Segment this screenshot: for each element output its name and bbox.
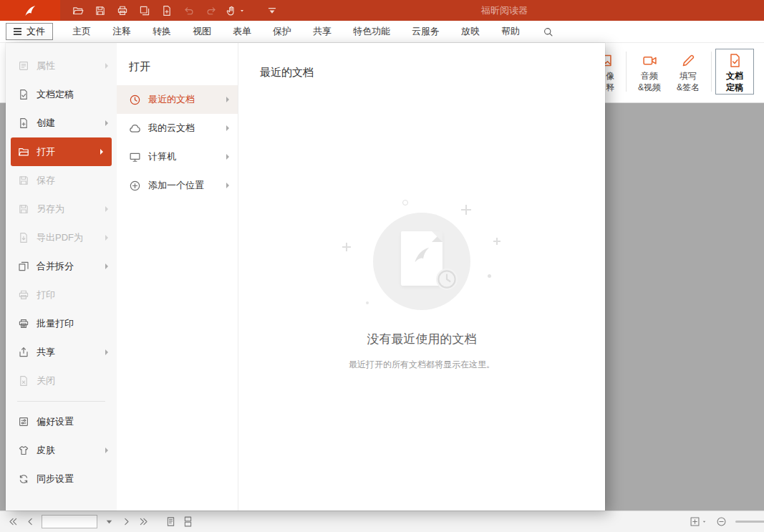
ribbon-item-audio-video[interactable]: 音频&视频	[630, 49, 669, 95]
properties-icon	[18, 60, 29, 72]
file-menu-item-open[interactable]: 打开	[11, 137, 112, 166]
recent-documents-content: 最近的文档 没有最近使用的文档 最近打开的所有文档都将显示在这里。	[238, 43, 605, 511]
file-menu-item-save[interactable]: 保存	[6, 166, 117, 195]
combine-icon	[18, 261, 29, 272]
chevron-right-icon	[105, 448, 108, 453]
plus-decoration	[461, 205, 471, 215]
file-menu-item-label: 打开	[37, 145, 55, 158]
open-file-button[interactable]	[70, 3, 86, 19]
file-menu-item-label: 偏好设置	[37, 415, 74, 428]
file-menu-item-sync-settings[interactable]: 同步设置	[6, 465, 117, 493]
cloud-icon	[129, 122, 141, 135]
file-menu-item-save-as[interactable]: 另存为	[6, 195, 117, 223]
file-menu-item-export-pdf[interactable]: 导出PDF为	[6, 223, 117, 252]
ribbon-item-label: 释	[606, 82, 614, 92]
menu-tab-form[interactable]: 表单	[222, 21, 262, 42]
open-panel-item-computer[interactable]: 计算机	[117, 142, 238, 171]
file-menu-button[interactable]: 文件	[6, 23, 53, 40]
file-menu-item-share[interactable]: 共享	[6, 338, 117, 367]
menu-tab-view[interactable]: 视图	[182, 21, 222, 42]
menu-tab-special-features[interactable]: 特色功能	[342, 21, 401, 42]
file-menu-item-batch-print[interactable]: 批量打印	[6, 309, 117, 338]
menu-tab-cloud-service[interactable]: 云服务	[401, 21, 450, 42]
redo-button[interactable]	[203, 3, 219, 19]
page-number-input[interactable]	[42, 515, 97, 528]
menu-tab-comment[interactable]: 注释	[102, 21, 142, 42]
folder-open-icon	[72, 5, 84, 16]
share-icon	[18, 347, 29, 358]
file-menu-item-label: 合并拆分	[37, 260, 74, 273]
floppy-icon	[95, 5, 106, 16]
file-menu-item-close[interactable]: 关闭	[6, 367, 117, 395]
sync-doc-icon	[18, 473, 29, 485]
app-logo[interactable]	[0, 0, 60, 21]
chev-left-icon	[25, 516, 36, 527]
print-button[interactable]	[115, 3, 130, 19]
fit-page-button[interactable]	[690, 513, 707, 531]
open-panel: 打开 最近的文档我的云文档计算机添加一个位置	[117, 43, 238, 511]
open-panel-item-my-cloud-documents[interactable]: 我的云文档	[117, 114, 238, 142]
title-bar: 福昕阅读器	[0, 0, 764, 21]
file-menu-item-label: 皮肤	[37, 444, 55, 457]
sidebar-divider	[17, 401, 105, 402]
ribbon-item-doc-finalize[interactable]: 文档定稿	[715, 49, 754, 95]
menu-tab-share[interactable]: 共享	[302, 21, 342, 42]
menu-bar: 文件 主页注释转换视图表单保护共享特色功能云服务放映帮助	[0, 21, 764, 43]
chevron-right-icon	[105, 349, 108, 355]
file-menu-item-doc-finalize[interactable]: 文档定稿	[6, 80, 117, 109]
empty-state-subtitle: 最近打开的所有文档都将显示在这里。	[238, 359, 605, 371]
save-button[interactable]	[92, 3, 108, 19]
menu-tab-label: 共享	[313, 26, 332, 37]
undo-button[interactable]	[181, 3, 197, 19]
menu-tab-protect[interactable]: 保护	[262, 21, 302, 42]
customize-toolbar-button[interactable]	[264, 3, 280, 19]
hand-icon	[226, 5, 237, 16]
open-panel-item-recent-documents[interactable]: 最近的文档	[117, 85, 238, 114]
single-page-view-button[interactable]	[162, 513, 179, 531]
next-page-button[interactable]	[117, 513, 135, 531]
file-menu-item-preferences[interactable]: 偏好设置	[6, 407, 117, 436]
file-menu-item-properties[interactable]: 属性	[6, 52, 117, 80]
hand-tool-button[interactable]	[226, 3, 245, 19]
search-button[interactable]	[538, 21, 558, 42]
undo-icon	[183, 5, 195, 16]
prev-page-button[interactable]	[21, 513, 39, 531]
ribbon-separator	[711, 52, 712, 92]
video-camera-icon	[642, 53, 657, 68]
file-menu-item-label: 同步设置	[37, 473, 74, 485]
file-menu-item-create[interactable]: 创建	[6, 109, 117, 137]
ribbon-item-label: 音频	[641, 71, 658, 81]
menu-tab-slideshow[interactable]: 放映	[450, 21, 490, 42]
plus-decoration	[342, 243, 351, 251]
new-document-button[interactable]	[159, 3, 175, 19]
file-menu-item-combine-split[interactable]: 合并拆分	[6, 252, 117, 281]
file-menu-item-skin[interactable]: 皮肤	[6, 436, 117, 465]
search-icon	[543, 26, 553, 37]
last-page-button[interactable]	[135, 513, 152, 531]
first-page-button[interactable]	[4, 513, 21, 531]
pencil-icon	[681, 53, 696, 68]
open-panel-item-add-a-place[interactable]: 添加一个位置	[117, 171, 238, 200]
chevron-right-icon	[226, 125, 229, 131]
ribbon-item-fill-sign[interactable]: 填写&签名	[669, 49, 707, 95]
file-menu-item-print[interactable]: 打印	[6, 281, 117, 309]
redo-icon	[205, 5, 217, 16]
continuous-view-button[interactable]	[179, 513, 196, 531]
copy-button[interactable]	[137, 3, 153, 19]
menu-tab-convert[interactable]: 转换	[142, 21, 182, 42]
ribbon-item-image-annotation[interactable]: 像释	[605, 49, 622, 95]
menu-tabs: 主页注释转换视图表单保护共享特色功能云服务放映帮助	[62, 21, 531, 42]
plus-decoration	[493, 238, 501, 245]
plus-circle-icon	[129, 180, 141, 192]
zoom-out-button[interactable]	[712, 513, 730, 531]
menu-tab-help[interactable]: 帮助	[490, 21, 531, 42]
page-list-dropdown-button[interactable]	[100, 513, 117, 531]
file-menu-item-label: 属性	[37, 59, 55, 72]
dot-decoration	[366, 301, 369, 304]
open-panel-item-label: 我的云文档	[148, 122, 195, 135]
hamburger-icon	[14, 28, 21, 35]
menu-tab-home[interactable]: 主页	[62, 21, 102, 42]
quick-access-toolbar	[70, 3, 280, 19]
zoom-slider[interactable]	[735, 521, 764, 523]
doc-close-icon	[18, 375, 29, 387]
